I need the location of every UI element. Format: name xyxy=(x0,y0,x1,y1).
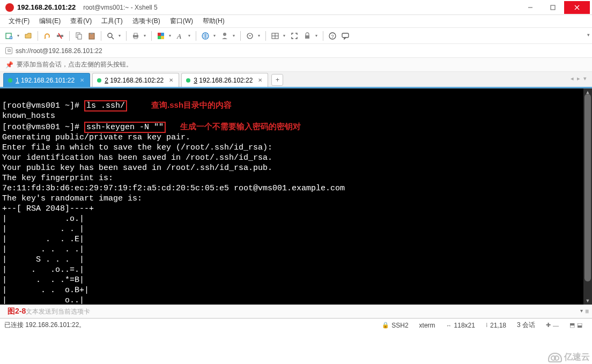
status-sessions: 3 会话 xyxy=(517,321,535,330)
menu-file[interactable]: 文件(F) xyxy=(4,15,34,27)
terminal-output: [root@vms001 ~]# ls .ssh/ 查询.ssh目录中的内容 k… xyxy=(0,88,592,317)
status-bar: 已连接 192.168.26.101:22。 🔒SSH2 xterm ↔118x… xyxy=(0,318,592,331)
hint-text: 要添加当前会话，点击左侧的箭头按钮。 xyxy=(17,60,132,69)
hint-bar: 📌 要添加当前会话，点击左侧的箭头按钮。 xyxy=(0,58,592,72)
watermark-icon xyxy=(548,353,562,362)
lock-dropdown[interactable]: ▾ xyxy=(314,33,319,38)
pin-icon[interactable]: 📌 xyxy=(5,61,13,69)
tab-close-icon[interactable]: ✕ xyxy=(258,77,262,83)
color-scheme-dropdown[interactable]: ▾ xyxy=(168,33,172,38)
minus-icon[interactable]: — xyxy=(553,322,559,329)
address-url: ssh://root@192.168.26.101:22 xyxy=(16,47,102,55)
message-button[interactable] xyxy=(339,30,351,42)
session-tab-2[interactable]: 2 192.168.26.102:22 ✕ xyxy=(92,73,179,87)
tab-close-icon[interactable]: ✕ xyxy=(80,77,84,83)
svg-rect-24 xyxy=(161,36,164,39)
svg-rect-20 xyxy=(134,37,137,39)
session-tab-3[interactable]: 3 192.168.26.102:22 ✕ xyxy=(181,73,268,87)
terminal-scrollbar[interactable]: ▲ ▼ xyxy=(583,88,592,304)
find-button[interactable] xyxy=(105,30,116,42)
figure-label: 图2-8 xyxy=(8,307,26,316)
svg-rect-35 xyxy=(342,33,349,38)
annotation-1: 查询.ssh目录中的内容 xyxy=(151,100,232,109)
address-icon: ⧉ xyxy=(5,47,12,54)
scrollbar-thumb[interactable] xyxy=(584,94,591,281)
num-icon: ⬓ xyxy=(577,322,582,329)
svg-point-27 xyxy=(223,33,226,36)
compose-bar[interactable]: 图2-8 文本发送到当前选项卡 ▾ ≡ xyxy=(0,304,592,318)
find-dropdown[interactable]: ▾ xyxy=(117,33,122,38)
status-term: xterm xyxy=(419,322,435,329)
print-dropdown[interactable]: ▾ xyxy=(143,33,147,38)
font-dropdown[interactable]: ▾ xyxy=(187,33,191,38)
maximize-button[interactable] xyxy=(542,1,564,14)
svg-rect-21 xyxy=(158,33,161,36)
status-size: 118x21 xyxy=(454,322,475,329)
paste-button[interactable] xyxy=(86,30,98,42)
globe-button[interactable] xyxy=(199,30,211,42)
tab-next-button[interactable]: ▸ xyxy=(576,75,581,82)
svg-rect-32 xyxy=(305,35,309,39)
user-dropdown[interactable]: ▾ xyxy=(232,33,236,38)
terminal[interactable]: [root@vms001 ~]# ls .ssh/ 查询.ssh目录中的内容 k… xyxy=(0,87,592,304)
session-tab-1[interactable]: 1 192.168.26.101:22 ✕ xyxy=(3,73,90,87)
svg-text:A: A xyxy=(176,32,181,40)
watermark-text: 亿速云 xyxy=(564,352,590,363)
add-tab-button[interactable]: + xyxy=(271,74,283,86)
svg-line-17 xyxy=(112,37,114,39)
xagent-button[interactable] xyxy=(244,30,256,42)
new-session-button[interactable] xyxy=(3,30,15,42)
status-cursor: 21,18 xyxy=(490,322,506,329)
tab-nav: ◂ ▸ ▾ xyxy=(569,75,588,82)
menu-tabs[interactable]: 选项卡(B) xyxy=(128,15,165,27)
tab-close-icon[interactable]: ✕ xyxy=(169,77,173,83)
layout-button[interactable] xyxy=(269,30,281,42)
compose-dropdown[interactable]: ▾ xyxy=(580,308,583,315)
status-dot-icon xyxy=(97,78,101,83)
menu-window[interactable]: 窗口(W) xyxy=(166,15,197,27)
layout-dropdown[interactable]: ▾ xyxy=(282,33,286,38)
reconnect-button[interactable] xyxy=(41,30,53,42)
toolbar-overflow[interactable]: ▾ xyxy=(587,32,590,38)
svg-rect-1 xyxy=(551,5,555,10)
svg-rect-19 xyxy=(134,33,137,35)
menu-bar: 文件(F) 编辑(E) 查看(V) 工具(T) 选项卡(B) 窗口(W) 帮助(… xyxy=(0,15,592,28)
menu-help[interactable]: 帮助(H) xyxy=(198,15,229,27)
open-session-button[interactable] xyxy=(23,30,34,42)
size-icon: ↔ xyxy=(446,322,452,329)
plus-icon[interactable]: ✚ xyxy=(546,322,551,329)
user-button[interactable] xyxy=(219,30,231,42)
scroll-down-icon[interactable]: ▼ xyxy=(583,297,592,304)
font-button[interactable]: A xyxy=(174,30,186,42)
titlebar-host: 192.168.26.101:22 xyxy=(17,3,76,11)
menu-edit[interactable]: 编辑(E) xyxy=(35,15,65,27)
tab-list-button[interactable]: ▾ xyxy=(582,75,588,82)
svg-rect-15 xyxy=(91,33,93,34)
menu-view[interactable]: 查看(V) xyxy=(66,15,96,27)
disconnect-button[interactable] xyxy=(54,30,66,42)
color-scheme-button[interactable] xyxy=(155,30,167,42)
print-button[interactable] xyxy=(130,30,142,42)
svg-point-16 xyxy=(108,33,112,38)
session-tab-bar: 1 192.168.26.101:22 ✕ 2 192.168.26.102:2… xyxy=(0,72,592,87)
lock-button[interactable] xyxy=(301,30,313,42)
tab-prev-button[interactable]: ◂ xyxy=(569,75,575,82)
caps-icon: ⬒ xyxy=(569,322,575,329)
fullscreen-button[interactable] xyxy=(288,30,300,42)
globe-dropdown[interactable]: ▾ xyxy=(212,33,217,38)
annotation-2: 生成一个不需要输入密码的密钥对 xyxy=(180,122,301,131)
new-session-dropdown[interactable]: ▾ xyxy=(16,33,20,38)
address-bar[interactable]: ⧉ ssh://root@192.168.26.101:22 xyxy=(0,44,592,58)
help-button[interactable]: ? xyxy=(327,30,338,42)
compose-menu[interactable]: ≡ xyxy=(585,308,589,315)
svg-text:?: ? xyxy=(331,34,334,39)
xagent-dropdown[interactable]: ▾ xyxy=(257,33,261,38)
minimize-button[interactable] xyxy=(519,1,542,14)
copy-button[interactable] xyxy=(73,30,85,42)
menu-tools[interactable]: 工具(T) xyxy=(97,15,127,27)
cursor-icon: ⁞ xyxy=(486,322,488,329)
close-button[interactable] xyxy=(564,1,590,14)
watermark: 亿速云 xyxy=(548,352,590,363)
svg-rect-13 xyxy=(78,34,82,39)
toolbar: ▾ ▾ ▾ ▾ A ▾ ▾ ▾ ▾ ▾ ▾ ? ▾ xyxy=(0,28,592,44)
